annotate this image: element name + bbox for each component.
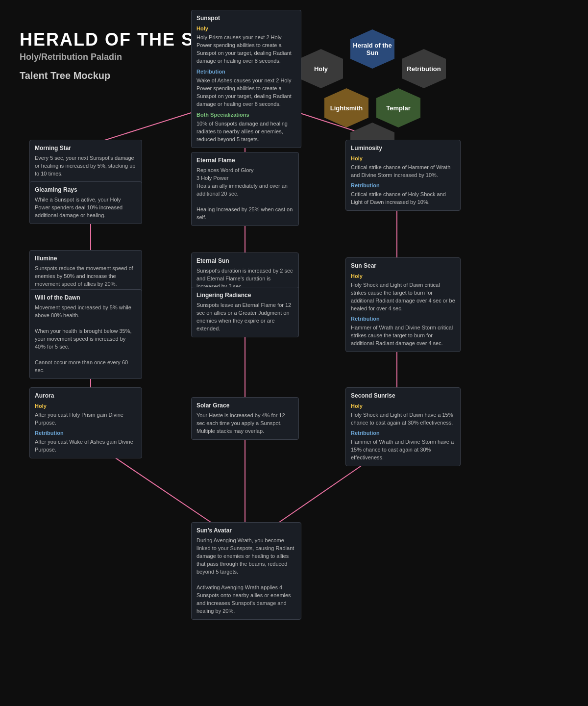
- gleaming-rays-title: Gleaming Rays: [35, 186, 137, 194]
- card-sun-sear: Sun Sear Holy Holy Shock and Light of Da…: [345, 257, 461, 352]
- suns-avatar-title: Sun's Avatar: [196, 527, 296, 535]
- sun-sear-holy-label: Holy: [351, 273, 455, 280]
- second-sunrise-retrib-text: Hammer of Wrath and Divine Storm have a …: [351, 438, 455, 462]
- aurora-retrib-label: Retribution: [35, 429, 137, 437]
- lingering-radiance-text: Sunspots leave an Eternal Flame for 12 s…: [196, 302, 294, 333]
- card-sunspot: Sunspot Holy Holy Prism causes your next…: [191, 10, 301, 148]
- card-luminosity: Luminosity Holy Critical strike chance o…: [345, 140, 461, 211]
- will-of-dawn-text: Movement speed increased by 5% while abo…: [35, 304, 137, 374]
- spec-retribution[interactable]: Retribution: [402, 49, 446, 88]
- spec-lightsmith[interactable]: Lightsmith: [324, 88, 368, 127]
- illumine-title: Illumine: [35, 254, 137, 263]
- eternal-flame-title: Eternal Flame: [196, 156, 294, 165]
- will-of-dawn-title: Will of the Dawn: [35, 294, 137, 302]
- sunspot-holy-text: Holy Prism causes your next 2 Holy Power…: [196, 34, 296, 65]
- morning-star-title: Morning Star: [35, 144, 137, 152]
- spec-holy[interactable]: Holy: [299, 49, 343, 88]
- second-sunrise-title: Second Sunrise: [351, 392, 455, 400]
- card-suns-avatar: Sun's Avatar During Avenging Wrath, you …: [191, 522, 301, 620]
- gleaming-rays-text: While a Sunspot is active, your Holy Pow…: [35, 196, 137, 220]
- aurora-holy-text: After you cast Holy Prism gain Divine Pu…: [35, 411, 137, 427]
- illumine-text: Sunspots reduce the movement speed of en…: [35, 265, 137, 288]
- card-eternal-flame: Eternal Flame Replaces Word of Glory3 Ho…: [191, 152, 299, 226]
- sunspot-both-text: 10% of Sunspots damage and healing radia…: [196, 120, 296, 144]
- eternal-flame-sub: Replaces Word of Glory3 Holy PowerHeals …: [196, 167, 294, 222]
- card-second-sunrise: Second Sunrise Holy Holy Shock and Light…: [345, 387, 461, 466]
- spec-herald[interactable]: Herald of the Sun: [350, 29, 394, 69]
- luminosity-title: Luminosity: [351, 144, 455, 152]
- luminosity-holy-label: Holy: [351, 155, 455, 163]
- suns-avatar-text1: During Avenging Wrath, you become linked…: [196, 537, 296, 576]
- luminosity-retrib-text: Critical strike chance of Holy Shock and…: [351, 191, 455, 206]
- suns-avatar-text2: Activating Avenging Wrath applies 4 Suns…: [196, 584, 296, 615]
- card-gleaming-rays: Gleaming Rays While a Sunspot is active,…: [29, 181, 142, 224]
- sunspot-holy-label: Holy: [196, 25, 296, 33]
- aurora-retrib-text: After you cast Wake of Ashes gain Divine…: [35, 438, 137, 454]
- sunspot-retrib-label: Retribution: [196, 68, 296, 76]
- spec-tree: Holy Herald of the Sun Retribution Light…: [284, 20, 461, 157]
- sun-sear-holy-text: Holy Shock and Light of Dawn critical st…: [351, 281, 455, 313]
- card-aurora: Aurora Holy After you cast Holy Prism ga…: [29, 387, 142, 458]
- aurora-title: Aurora: [35, 392, 137, 400]
- second-sunrise-retrib-label: Retribution: [351, 429, 455, 437]
- luminosity-holy-text: Critical strike chance of Hammer of Wrat…: [351, 164, 455, 179]
- card-lingering-radiance: Lingering Radiance Sunspots leave an Ete…: [191, 287, 299, 337]
- eternal-sun-title: Eternal Sun: [196, 257, 294, 265]
- lingering-radiance-title: Lingering Radiance: [196, 291, 294, 300]
- sun-sear-retrib-text: Hammer of Wrath and Divine Storm critica…: [351, 324, 455, 348]
- sunspot-retrib-text: Wake of Ashes causes your next 2 Holy Po…: [196, 77, 296, 108]
- second-sunrise-holy-text: Holy Shock and Light of Dawn have a 15% …: [351, 411, 455, 427]
- solar-grace-title: Solar Grace: [196, 402, 294, 410]
- sun-sear-title: Sun Sear: [351, 262, 455, 270]
- luminosity-retrib-label: Retribution: [351, 182, 455, 190]
- spec-templar[interactable]: Templar: [376, 88, 420, 127]
- solar-grace-text: Your Haste is increased by 4% for 12 sec…: [196, 412, 294, 435]
- sunspot-both-label: Both Specializations: [196, 111, 296, 119]
- card-illumine: Illumine Sunspots reduce the movement sp…: [29, 250, 142, 293]
- sun-sear-retrib-label: Retribution: [351, 315, 455, 323]
- second-sunrise-holy-label: Holy: [351, 403, 455, 410]
- aurora-holy-label: Holy: [35, 403, 137, 410]
- card-will-of-dawn: Will of the Dawn Movement speed increase…: [29, 289, 142, 379]
- sunspot-title: Sunspot: [196, 14, 296, 23]
- card-solar-grace: Solar Grace Your Haste is increased by 4…: [191, 397, 299, 440]
